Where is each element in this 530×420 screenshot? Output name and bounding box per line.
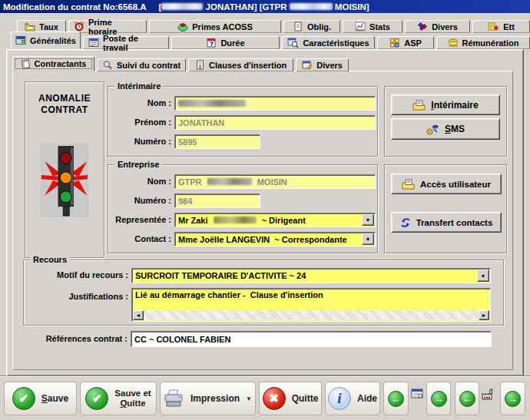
sauve-button[interactable]: ✔ Sauve bbox=[4, 382, 77, 415]
horizontal-scrollbar[interactable]: ◄ ► bbox=[133, 310, 489, 320]
button-label: Aide bbox=[357, 393, 377, 404]
dropdown-caret-icon[interactable]: ▼ bbox=[246, 395, 252, 402]
folder-document-icon bbox=[412, 100, 426, 111]
subtab-suivi-du-contrat[interactable]: Suivi du contrat bbox=[97, 58, 186, 71]
entreprise-actions-frame: Accès utilisateur Transfert contacts bbox=[384, 164, 507, 253]
interimaire-nom-field[interactable] bbox=[174, 96, 376, 111]
chart-icon bbox=[355, 21, 366, 31]
redacted-text bbox=[178, 100, 246, 107]
subtab-label: Divers bbox=[316, 61, 343, 70]
tab-prime-horaire[interactable]: Prime horaire bbox=[68, 20, 147, 33]
representee-combobox[interactable]: Mr Zaki ~ Dirigeant▼ bbox=[174, 213, 376, 227]
impression-button[interactable]: Impression ▼ bbox=[160, 382, 256, 415]
quitte-button[interactable]: ✖ Quitte bbox=[259, 382, 322, 415]
folder-icon bbox=[25, 22, 35, 31]
tab-caracteristiques[interactable]: Caractéristiques bbox=[282, 36, 375, 49]
previous-company-button[interactable]: ← bbox=[455, 382, 479, 415]
recours-group: Recours Motif du recours : SURCROIT TEMP… bbox=[23, 260, 504, 326]
arrow-right-icon: → bbox=[505, 391, 521, 407]
subtab-row: Contractants Suivi du contrat Clauses d'… bbox=[12, 58, 349, 71]
contact-combobox[interactable]: Mme Joëlle LANGEVIN ~ Correspondante▼ bbox=[174, 232, 376, 246]
tab-ett[interactable]: Ett bbox=[472, 20, 530, 33]
justifications-textarea[interactable]: Lié au démarrage chantier - Clause d'ins… bbox=[131, 288, 491, 322]
tab-oblig[interactable]: Oblig. bbox=[283, 20, 340, 33]
titlebar-bracket2-open: [GTPR bbox=[260, 2, 290, 12]
tab-label: ASP bbox=[404, 38, 422, 48]
titlebar-bracket2-name: MOISIN] bbox=[333, 2, 369, 12]
subtab-contractants[interactable]: Contractants bbox=[12, 56, 94, 71]
numero-value: 5895 bbox=[178, 137, 197, 147]
button-label-line2: Quitte bbox=[120, 399, 145, 408]
titlebar: Modification du contrat No:6568.A[ JONAT… bbox=[0, 0, 530, 13]
subtab-divers[interactable]: Divers bbox=[296, 58, 349, 71]
alarm-clock-icon bbox=[74, 21, 84, 31]
info-circle-icon: i bbox=[328, 387, 351, 410]
scrollbar-track[interactable] bbox=[144, 310, 479, 320]
tab-primes-acoss[interactable]: Primes ACOSS bbox=[149, 20, 281, 33]
tab-label: Poste de travail bbox=[103, 34, 164, 52]
contact-label: Contact : bbox=[110, 232, 171, 246]
interimaire-group-label: Intérimaire bbox=[114, 81, 164, 91]
tab-duree[interactable]: Durée bbox=[171, 36, 280, 49]
sms-button[interactable]: SMS bbox=[391, 118, 500, 140]
representee-suffix: ~ Dirigeant bbox=[260, 216, 306, 225]
window-title: Modification du contrat No:6568.A bbox=[3, 2, 147, 12]
scroll-left-button[interactable]: ◄ bbox=[133, 310, 144, 320]
printer-icon bbox=[164, 389, 184, 408]
button-label: Sauve bbox=[41, 393, 68, 404]
tab-generalites[interactable]: Généralités bbox=[11, 31, 81, 49]
subtab-label: Clauses d'insertion bbox=[209, 61, 287, 70]
tab-label: Oblig. bbox=[307, 22, 331, 31]
interimaire-prenom-field[interactable]: JONATHAN bbox=[174, 115, 376, 130]
sauve-et-quitte-button[interactable]: ✔ Sauve etQuitte bbox=[80, 382, 157, 415]
button-label: Transfert contacts bbox=[416, 218, 493, 227]
entreprise-nom-field[interactable]: GTPR MOISIN bbox=[174, 174, 376, 189]
dropdown-arrow-button[interactable]: ▼ bbox=[362, 214, 374, 226]
prenom-value: JONATHAN bbox=[178, 118, 224, 127]
next-contract-button[interactable]: → bbox=[426, 382, 451, 415]
button-label: SMS bbox=[445, 124, 465, 134]
button-label: Quitte bbox=[292, 393, 319, 404]
acces-utilisateur-button[interactable]: Accès utilisateur bbox=[391, 174, 502, 194]
form-icon bbox=[88, 38, 99, 48]
motif-du-recours-combobox[interactable]: SURCROIT TEMPORAIRE D'ACTIVITE ~ 24▼ bbox=[131, 268, 491, 283]
next-company-button[interactable]: → bbox=[500, 382, 525, 415]
previous-contract-button[interactable]: ← bbox=[383, 382, 409, 415]
transfert-contacts-button[interactable]: Transfert contacts bbox=[391, 212, 502, 233]
tab-label: Divers bbox=[432, 22, 458, 31]
tab-label: Durée bbox=[220, 38, 244, 48]
tab-label: Stats bbox=[369, 22, 390, 31]
dropdown-arrow-button[interactable]: ▼ bbox=[362, 233, 374, 245]
interimaire-button[interactable]: Intérimaire bbox=[391, 94, 500, 115]
entreprise-numero-field[interactable]: 984 bbox=[174, 193, 260, 208]
tab-stats[interactable]: Stats bbox=[343, 20, 402, 33]
tab-label: Taux bbox=[39, 22, 58, 31]
check-circle-icon: ✔ bbox=[85, 387, 108, 410]
nom-label: Nom : bbox=[113, 96, 171, 111]
document-icon bbox=[293, 21, 303, 31]
grid-icon bbox=[389, 38, 400, 48]
check-circle-icon: ✔ bbox=[12, 387, 35, 410]
anomalie-line1: ANOMALIE bbox=[25, 93, 104, 104]
contract-form-icon bbox=[411, 389, 424, 400]
dropdown-arrow-button[interactable]: ▼ bbox=[477, 270, 489, 282]
tab-divers-1[interactable]: Divers bbox=[405, 20, 470, 33]
numero-value: 984 bbox=[178, 197, 192, 206]
transfer-icon bbox=[400, 217, 411, 228]
arrow-left-icon: ← bbox=[388, 391, 404, 407]
anomalie-frame: ANOMALIE CONTRAT bbox=[25, 81, 104, 258]
tab-asp[interactable]: ASP bbox=[377, 36, 434, 49]
acoss-icon bbox=[177, 21, 188, 31]
tab-row-1: Taux Prime horaire Primes ACOSS Oblig. S… bbox=[17, 20, 530, 33]
subtab-clauses-insertion[interactable]: Clauses d'insertion bbox=[188, 58, 293, 71]
aide-button[interactable]: i Aide bbox=[325, 382, 380, 415]
tab-remuneration[interactable]: Rémunération bbox=[436, 36, 530, 49]
tab-poste-de-travail[interactable]: Poste de travail bbox=[83, 36, 169, 49]
tab-row-2: Généralités Poste de travail Durée Carac… bbox=[11, 33, 530, 49]
factory-icon bbox=[482, 389, 495, 400]
document-person-icon bbox=[195, 60, 205, 70]
scroll-right-button[interactable]: ► bbox=[479, 310, 489, 320]
interimaire-actions-frame: Intérimaire SMS bbox=[384, 86, 507, 157]
interimaire-numero-field[interactable]: 5895 bbox=[174, 134, 260, 149]
references-contrat-field[interactable]: CC ~ COLONEL FABIEN bbox=[131, 331, 492, 347]
